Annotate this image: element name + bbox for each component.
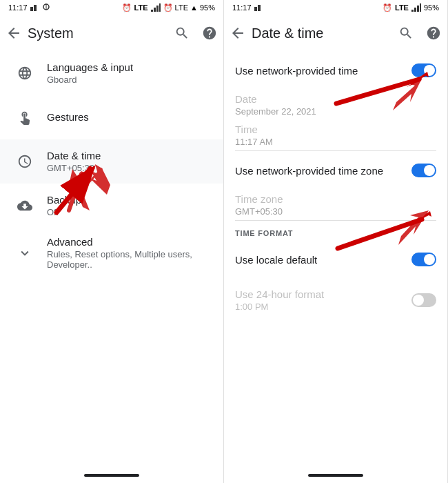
app-container: 11:17 ⏰ LTE ⏰ LTE ▲ 95% — [0, 0, 448, 483]
search-button-right[interactable] — [398, 25, 414, 41]
back-button-right[interactable] — [230, 25, 246, 41]
top-bar-right: Date & time — [224, 15, 447, 51]
svg-marker-11 — [414, 8, 416, 12]
svg-marker-7 — [159, 3, 161, 12]
svg-marker-9 — [258, 5, 261, 11]
back-button-left[interactable] — [6, 25, 22, 41]
alarm-icon-right: ⏰ — [383, 3, 392, 12]
time-item: Time 11:17 AM — [224, 120, 447, 150]
page-title-left: System — [28, 26, 174, 41]
settings-item-backup[interactable]: Backup Off — [0, 184, 223, 228]
date-item: Date September 22, 2021 — [224, 90, 447, 120]
network-time-title: Use network-provided time — [235, 65, 411, 77]
status-icons-left: ⏰ LTE ⏰ LTE ▲ 95% — [122, 3, 215, 12]
network-time-text: Use network-provided time — [235, 65, 411, 77]
settings-item-gestures[interactable]: Gestures — [0, 95, 223, 139]
alarm-icon-left: ⏰ — [122, 3, 132, 12]
home-indicator-left — [84, 474, 139, 477]
24hour-subtitle: 1:00 PM — [235, 302, 411, 312]
top-bar-actions-right — [398, 25, 442, 41]
time-format-label: TIME FORMAT — [224, 221, 447, 240]
gestures-title: Gestures — [47, 111, 212, 123]
help-button-left[interactable] — [201, 25, 218, 41]
right-panel: 11:17 ⏰ LTE 95% Dat — [224, 0, 448, 483]
svg-marker-10 — [411, 10, 414, 12]
languages-icon — [11, 59, 39, 87]
left-panel: 11:17 ⏰ LTE ⏰ LTE ▲ 95% — [0, 0, 224, 483]
date-title: Date — [235, 93, 436, 105]
timezone-item: Time zone GMT+05:30 — [224, 190, 447, 220]
bottom-bar-left — [0, 468, 223, 483]
gestures-icon — [11, 103, 39, 131]
status-time-left: 11:17 — [8, 3, 50, 12]
svg-marker-0 — [30, 7, 33, 11]
search-button-left[interactable] — [174, 25, 190, 41]
advanced-text: Advanced Rules, Reset options, Multiple … — [47, 236, 212, 270]
time-subtitle: 11:17 AM — [235, 137, 436, 147]
time-left: 11:17 — [8, 3, 28, 12]
datetime-subtitle: GMT+05:30 — [47, 163, 212, 173]
settings-list: Languages & input Gboard Gestures — [0, 51, 223, 468]
gestures-text: Gestures — [47, 111, 212, 124]
time-text: Time 11:17 AM — [235, 124, 436, 147]
network-timezone-item[interactable]: Use network-provided time zone — [224, 151, 447, 190]
signal-icons-right — [254, 3, 264, 12]
settings-item-languages[interactable]: Languages & input Gboard — [0, 51, 223, 95]
date-subtitle: September 22, 2021 — [235, 106, 436, 117]
languages-subtitle: Gboard — [47, 75, 212, 85]
locale-default-toggle[interactable] — [411, 253, 436, 266]
signal-strength-right — [411, 3, 421, 12]
timezone-text: Time zone GMT+05:30 — [235, 193, 436, 217]
datetime-text: Date & time GMT+05:30 — [47, 150, 212, 173]
time-right: 11:17 — [232, 3, 252, 12]
bottom-bar-right — [224, 468, 447, 483]
settings-item-advanced[interactable]: Advanced Rules, Reset options, Multiple … — [0, 228, 223, 278]
svg-marker-5 — [154, 8, 156, 12]
top-bar-left: System — [0, 15, 223, 51]
network-time-item[interactable]: Use network-provided time — [224, 51, 447, 90]
backup-icon — [11, 192, 39, 219]
svg-marker-6 — [156, 6, 159, 12]
datetime-title: Date & time — [47, 150, 212, 161]
signal-strength-left — [151, 3, 161, 12]
help-button-right[interactable] — [425, 25, 442, 41]
timezone-title: Time zone — [235, 193, 436, 205]
time-title: Time — [235, 124, 436, 135]
svg-marker-13 — [420, 3, 421, 12]
status-time-right: 11:17 — [232, 3, 264, 12]
home-indicator-right — [308, 474, 363, 477]
backup-title: Backup — [47, 194, 212, 206]
status-bar-left: 11:17 ⏰ LTE ⏰ LTE ▲ 95% — [0, 0, 223, 15]
24hour-toggle[interactable] — [411, 293, 436, 307]
svg-marker-4 — [151, 10, 153, 12]
page-title-right: Date & time — [252, 26, 398, 41]
datetime-icon — [11, 148, 39, 175]
timezone-subtitle: GMT+05:30 — [235, 206, 436, 217]
24hour-title: Use 24-hour format — [235, 288, 411, 300]
network-timezone-text: Use network-provided time zone — [235, 165, 411, 177]
svg-marker-8 — [254, 7, 257, 11]
status-bar-right: 11:17 ⏰ LTE 95% — [224, 0, 447, 15]
settings-item-datetime[interactable]: Date & time GMT+05:30 — [0, 139, 223, 184]
locale-default-text: Use locale default — [235, 254, 411, 266]
advanced-subtitle: Rules, Reset options, Multiple users, De… — [47, 249, 212, 270]
advanced-icon — [11, 239, 39, 267]
status-icons-right: ⏰ LTE 95% — [383, 3, 439, 12]
advanced-title: Advanced — [47, 236, 212, 248]
signal-icons-left — [30, 3, 50, 12]
locale-default-item[interactable]: Use locale default — [224, 240, 447, 279]
24hour-item: Use 24-hour format 1:00 PM — [224, 279, 447, 322]
network-timezone-toggle[interactable] — [411, 164, 436, 177]
network-time-toggle[interactable] — [411, 63, 436, 77]
date-text: Date September 22, 2021 — [235, 93, 436, 117]
datetime-settings-list: Use network-provided time Date September… — [224, 51, 447, 468]
lte-label-right: LTE — [395, 3, 409, 12]
languages-title: Languages & input — [47, 61, 212, 73]
languages-text: Languages & input Gboard — [47, 61, 212, 85]
backup-subtitle: Off — [47, 207, 212, 217]
battery-right: 95% — [424, 3, 439, 12]
svg-marker-1 — [34, 5, 37, 11]
locale-default-title: Use locale default — [235, 254, 411, 266]
backup-text: Backup Off — [47, 194, 212, 217]
24hour-text: Use 24-hour format 1:00 PM — [235, 288, 411, 312]
